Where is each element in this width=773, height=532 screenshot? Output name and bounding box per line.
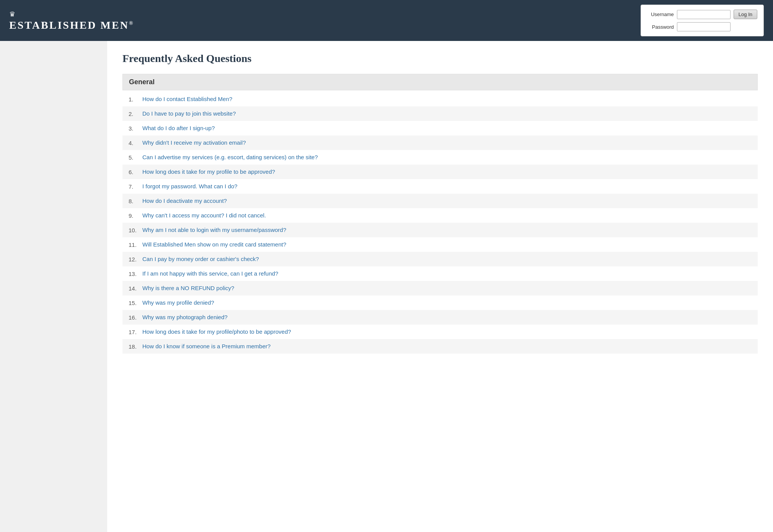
faq-item: 4.Why didn't I receive my activation ema… bbox=[122, 135, 758, 150]
faq-number: 9. bbox=[129, 212, 142, 219]
faq-number: 17. bbox=[129, 328, 142, 335]
faq-link[interactable]: If I am not happy with this service, can… bbox=[142, 270, 278, 277]
faq-link[interactable]: Why is there a NO REFUND policy? bbox=[142, 285, 234, 291]
faq-item: 3.What do I do after I sign-up? bbox=[122, 121, 758, 135]
faq-item: 8.How do I deactivate my account? bbox=[122, 194, 758, 208]
main-layout: Frequently Asked Questions General 1.How… bbox=[0, 41, 773, 532]
password-row: Password bbox=[647, 22, 757, 31]
faq-item: 13.If I am not happy with this service, … bbox=[122, 266, 758, 281]
username-label: Username bbox=[647, 11, 674, 17]
login-area: Username Log In Password bbox=[641, 5, 764, 36]
faq-item: 12.Can I pay by money order or cashier's… bbox=[122, 252, 758, 266]
faq-number: 5. bbox=[129, 154, 142, 161]
faq-number: 3. bbox=[129, 125, 142, 132]
page-title: Frequently Asked Questions bbox=[122, 52, 758, 65]
general-section-header: General bbox=[122, 74, 758, 90]
logo-crown-icon: ♛ bbox=[9, 10, 15, 18]
password-label: Password bbox=[647, 24, 674, 30]
login-button[interactable]: Log In bbox=[734, 10, 757, 19]
faq-number: 12. bbox=[129, 256, 142, 263]
faq-item: 11.Will Established Men show on my credi… bbox=[122, 237, 758, 252]
faq-number: 16. bbox=[129, 314, 142, 321]
faq-item: 10.Why am I not able to login with my us… bbox=[122, 223, 758, 237]
faq-item: 1.How do I contact Established Men? bbox=[122, 92, 758, 106]
faq-item: 15.Why was my profile denied? bbox=[122, 295, 758, 310]
logo-text: ESTABLISHED MEN® bbox=[9, 19, 134, 31]
faq-number: 10. bbox=[129, 227, 142, 233]
faq-number: 13. bbox=[129, 270, 142, 277]
faq-link[interactable]: I forgot my password. What can I do? bbox=[142, 183, 237, 189]
content-area: Frequently Asked Questions General 1.How… bbox=[107, 41, 773, 532]
faq-number: 11. bbox=[129, 241, 142, 248]
left-sidebar bbox=[0, 41, 107, 532]
faq-number: 6. bbox=[129, 168, 142, 175]
faq-link[interactable]: Why can't I access my account? I did not… bbox=[142, 212, 266, 219]
faq-item: 7.I forgot my password. What can I do? bbox=[122, 179, 758, 194]
faq-number: 1. bbox=[129, 96, 142, 103]
faq-item: 14.Why is there a NO REFUND policy? bbox=[122, 281, 758, 295]
faq-number: 4. bbox=[129, 139, 142, 146]
faq-link[interactable]: Why was my photograph denied? bbox=[142, 314, 228, 320]
faq-link[interactable]: How do I deactivate my account? bbox=[142, 197, 227, 204]
logo-area: ♛ ESTABLISHED MEN® bbox=[9, 10, 134, 31]
faq-item: 16.Why was my photograph denied? bbox=[122, 310, 758, 325]
faq-number: 2. bbox=[129, 110, 142, 117]
faq-link[interactable]: How do I know if someone is a Premium me… bbox=[142, 343, 271, 349]
faq-link[interactable]: How long does it take for my profile to … bbox=[142, 168, 275, 175]
faq-link[interactable]: Why didn't I receive my activation email… bbox=[142, 139, 246, 146]
faq-item: 18.How do I know if someone is a Premium… bbox=[122, 339, 758, 354]
faq-link[interactable]: Why am I not able to login with my usern… bbox=[142, 227, 286, 233]
faq-item: 5.Can I advertise my services (e.g. esco… bbox=[122, 150, 758, 165]
faq-link[interactable]: How long does it take for my profile/pho… bbox=[142, 328, 291, 335]
password-input[interactable] bbox=[677, 22, 731, 31]
username-row: Username Log In bbox=[647, 10, 757, 19]
faq-link[interactable]: What do I do after I sign-up? bbox=[142, 125, 215, 131]
faq-item: 9.Why can't I access my account? I did n… bbox=[122, 208, 758, 223]
faq-number: 15. bbox=[129, 299, 142, 306]
faq-list: 1.How do I contact Established Men?2.Do … bbox=[122, 92, 758, 354]
faq-link[interactable]: Can I advertise my services (e.g. escort… bbox=[142, 154, 318, 160]
faq-link[interactable]: Can I pay by money order or cashier's ch… bbox=[142, 256, 259, 262]
username-input[interactable] bbox=[677, 10, 731, 19]
faq-link[interactable]: Do I have to pay to join this website? bbox=[142, 110, 236, 117]
faq-link[interactable]: Will Established Men show on my credit c… bbox=[142, 241, 286, 248]
faq-number: 14. bbox=[129, 285, 142, 292]
faq-number: 8. bbox=[129, 197, 142, 204]
faq-number: 7. bbox=[129, 183, 142, 190]
faq-item: 2.Do I have to pay to join this website? bbox=[122, 106, 758, 121]
faq-link[interactable]: Why was my profile denied? bbox=[142, 299, 214, 306]
faq-number: 18. bbox=[129, 343, 142, 350]
faq-item: 17.How long does it take for my profile/… bbox=[122, 325, 758, 339]
faq-item: 6.How long does it take for my profile t… bbox=[122, 165, 758, 179]
faq-link[interactable]: How do I contact Established Men? bbox=[142, 96, 232, 102]
header: ♛ ESTABLISHED MEN® Username Log In Passw… bbox=[0, 0, 773, 41]
